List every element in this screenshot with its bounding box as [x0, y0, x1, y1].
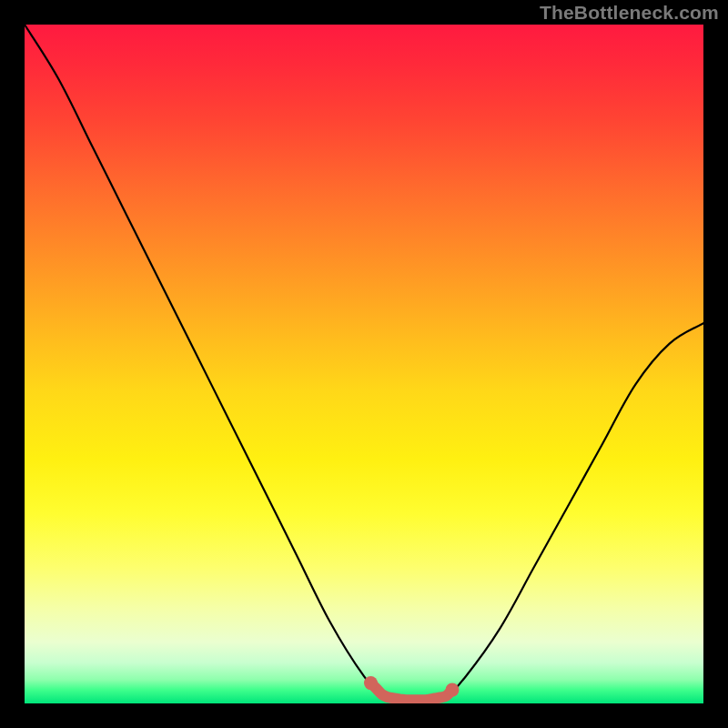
bottleneck-chart	[25, 25, 703, 703]
valley-dot-right	[445, 683, 459, 697]
watermark-label: TheBottleneck.com	[540, 2, 719, 24]
chart-plot-area	[25, 25, 703, 703]
bottleneck-curve-line	[25, 25, 703, 701]
chart-frame: TheBottleneck.com	[0, 0, 728, 728]
valley-emphasis-line	[371, 683, 453, 701]
valley-dot-left	[364, 676, 378, 690]
